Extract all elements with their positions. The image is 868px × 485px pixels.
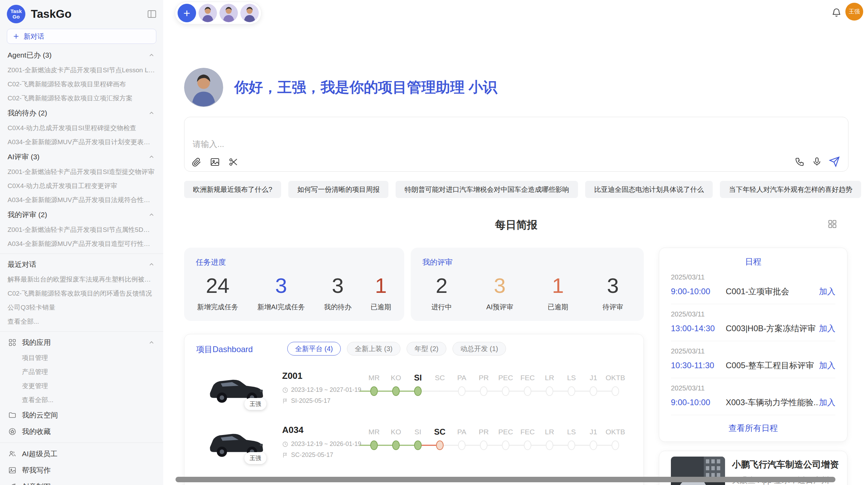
folder-icon: [8, 411, 16, 419]
sidebar-body: Agent已办 (3)Z001-全新燃油皮卡产品开发项目SI节点Lesson L…: [0, 47, 163, 485]
sidebar-item[interactable]: C0X4-动力总成开发项目SI里程碑提交物检查: [0, 121, 163, 135]
sidebar-item[interactable]: Z001-全新燃油皮卡产品开发项目SI节点Lesson Learn报告: [0, 63, 163, 77]
stat-value: 24: [197, 273, 238, 298]
suggestion-chip[interactable]: 当下年轻人对汽车外观有怎样的喜好趋势: [720, 181, 861, 198]
milestone: LR: [539, 372, 560, 398]
schedule-join-link[interactable]: 加入: [819, 286, 835, 297]
tool-label: 创意制图: [22, 482, 51, 485]
sidebar-item-ai-super-staff[interactable]: AI超级员工: [0, 446, 163, 462]
conversation-avatar-3[interactable]: [240, 4, 259, 22]
sidebar-item[interactable]: Z001-全新燃油轻卡产品开发项目SI造型提交物评审: [0, 165, 163, 179]
sidebar-section-header[interactable]: 我的待办 (2): [0, 105, 163, 121]
notification-bell-icon[interactable]: [831, 8, 842, 18]
schedule-date: 2025/03/11: [671, 347, 835, 355]
panel-title: 任务进度: [196, 257, 226, 268]
sidebar-section-header[interactable]: AI评审 (3): [0, 149, 163, 165]
milestone-label: LR: [539, 426, 560, 438]
conversation-avatar-1[interactable]: [198, 4, 217, 22]
schedule-items: 2025/03/119:00-10:00C001-立项审批会加入2025/03/…: [659, 267, 847, 415]
schedule-view-all-link[interactable]: 查看所有日程: [659, 415, 847, 434]
milestone: MR: [363, 426, 385, 452]
briefing-layout-icon[interactable]: [828, 219, 837, 229]
milestone: J1: [582, 372, 604, 398]
schedule-row: 10:30-11:30C005-整车工程目标评审加入: [671, 360, 835, 371]
schedule-date: 2025/03/11: [671, 310, 835, 318]
new-chat-button[interactable]: 新对话: [7, 29, 156, 44]
dashboard-tab[interactable]: 全新上装 (3): [347, 342, 400, 356]
sidebar-item[interactable]: C02-飞腾新能源轻客改款项目里程碑画布: [0, 77, 163, 91]
schedule-row: 13:00-14:30C003|H0B-方案冻结评审加入: [671, 323, 835, 334]
stat-item: 1已逾期: [548, 273, 568, 312]
horizontal-scrollbar[interactable]: [176, 477, 835, 482]
date-range-text: 2023-12-19 ~ 2026-01-19: [291, 440, 361, 448]
milestone-dot: [370, 386, 378, 396]
sidebar-section-header[interactable]: Agent已办 (3): [0, 47, 163, 63]
suggestion-chip[interactable]: 特朗普可能对进口汽车增税会对中国车企造成哪些影响: [396, 181, 578, 198]
dashboard-tab[interactable]: 动总开发 (1): [453, 342, 506, 356]
sidebar-item[interactable]: Z001-全新燃油轻卡产品开发项目SI节点属性5D文件评审: [0, 223, 163, 237]
sidebar-item[interactable]: A034-全新新能源MUV产品开发项目造型可行性评审: [0, 237, 163, 251]
sidebar-item[interactable]: C02-飞腾新能源轻客改款项目立项汇报方案: [0, 91, 163, 105]
schedule-date: 2025/03/11: [671, 384, 835, 392]
recent-conversation-item[interactable]: 公司Q3轻卡销量: [0, 300, 163, 314]
dashboard-tab[interactable]: 年型 (2): [407, 342, 446, 356]
send-icon[interactable]: [829, 156, 840, 167]
recent-conversation-item[interactable]: 解释最新出台的欧盟报废车法规再生塑料比例被调至15%...: [0, 272, 163, 286]
sidebar-item[interactable]: A034-全新新能源MUV产品开发项目计划变更表编写: [0, 135, 163, 149]
microphone-icon[interactable]: [812, 157, 822, 167]
suggestion-chip[interactable]: 比亚迪全固态电池计划具体说了什么: [585, 181, 713, 198]
milestone-dot: [590, 440, 597, 450]
dashboard-tab[interactable]: 全新平台 (4): [287, 342, 341, 356]
section-label: 最近对话: [8, 260, 36, 269]
scissors-icon[interactable]: [228, 157, 239, 167]
new-conversation-button[interactable]: +: [178, 4, 196, 22]
sidebar-section-header[interactable]: 最近对话: [0, 257, 163, 272]
sidebar-item-favorites[interactable]: 我的收藏: [0, 423, 163, 440]
app-item[interactable]: 查看全部...: [0, 393, 163, 407]
schedule-join-link[interactable]: 加入: [819, 397, 835, 408]
milestone-dot: [414, 386, 422, 396]
greeting-text: 你好，王强，我是你的项目管理助理 小识: [234, 78, 497, 97]
phone-icon[interactable]: [795, 157, 805, 167]
milestone-label: SI: [407, 426, 429, 438]
user-avatar[interactable]: 王强: [845, 3, 863, 21]
stat-item: 3AI预评审: [486, 273, 513, 312]
milestone: PR: [473, 426, 495, 452]
recent-conversation-item[interactable]: 查看全部...: [0, 314, 163, 328]
milestone-dot-row: [604, 384, 626, 398]
stat-item: 3我的待办: [324, 273, 351, 312]
project-name: A034: [282, 425, 303, 435]
suggestion-chip[interactable]: 如何写一份清晰的项目周报: [288, 181, 388, 198]
sidebar-section-header[interactable]: 我的评审 (2): [0, 207, 163, 223]
link-label: 我的云空间: [22, 410, 58, 420]
recent-conversation-item[interactable]: C02-飞腾新能源轻客改款项目的闭环通告反馈情况: [0, 286, 163, 300]
app-item[interactable]: 项目管理: [0, 351, 163, 365]
sidebar-item[interactable]: C0X4-动力总成开发项目工程变更评审: [0, 179, 163, 193]
sidebar-collapse-icon[interactable]: [147, 9, 157, 19]
stat-label: 待评审: [603, 302, 623, 312]
flag-text: SC-2025-05-17: [291, 451, 333, 459]
panel-stats: 2进行中3AI预评审1已逾期3待评审: [414, 269, 640, 316]
attachment-icon[interactable]: [191, 157, 202, 167]
milestone: PA: [451, 372, 473, 398]
sidebar-item-my-apps[interactable]: 我的应用: [0, 334, 163, 351]
schedule-event-title: C005-整车工程目标评审: [726, 360, 819, 371]
app-item[interactable]: 产品管理: [0, 365, 163, 379]
schedule-join-link[interactable]: 加入: [819, 360, 835, 371]
sidebar-item-creative-drawing[interactable]: 创意制图: [0, 478, 163, 485]
app-item[interactable]: 变更管理: [0, 379, 163, 393]
schedule-join-link[interactable]: 加入: [819, 323, 835, 334]
message-composer[interactable]: 请输入...: [184, 117, 848, 172]
sidebar-item-cloud-space[interactable]: 我的云空间: [0, 407, 163, 423]
briefing-title: 每日简报: [184, 218, 848, 232]
conversation-avatar-2[interactable]: [219, 4, 238, 22]
divider: [0, 253, 163, 254]
sidebar: Task Go TaskGo 新对话 Agent已办 (3)Z001-全新燃油皮…: [0, 0, 163, 485]
image-upload-icon[interactable]: [210, 157, 220, 167]
suggestion-chip[interactable]: 欧洲新规最近颁布了什么?: [184, 181, 281, 198]
composer-tools-left: [191, 157, 239, 167]
stat-label: 我的待办: [324, 302, 351, 312]
greeting-section: 你好，王强，我是你的项目管理助理 小识: [184, 68, 497, 107]
sidebar-item-help-me-write[interactable]: 帮我写作: [0, 462, 163, 478]
sidebar-item[interactable]: A034-全新新能源MUV产品开发项目法规符合性评审: [0, 193, 163, 207]
